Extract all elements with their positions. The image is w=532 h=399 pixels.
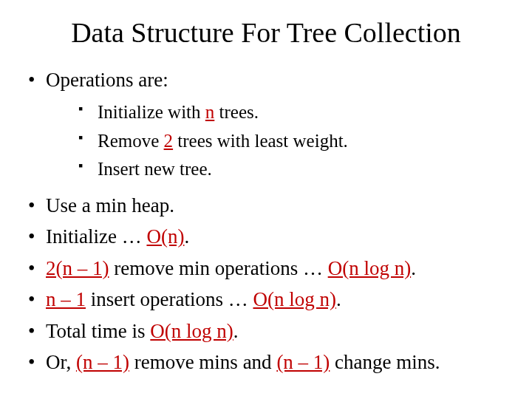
bullet-list-level1: Operations are: Initialize with n trees.… bbox=[27, 66, 510, 376]
count: 2(n – 1) bbox=[46, 257, 109, 279]
bullet-operations: Operations are: Initialize with n trees.… bbox=[27, 66, 510, 182]
text: remove min operations … bbox=[109, 257, 327, 279]
text: Remove bbox=[98, 131, 164, 151]
sub-bullet-remove: Remove 2 trees with least weight. bbox=[78, 129, 510, 154]
count: n – 1 bbox=[46, 288, 86, 310]
sub-bullet-initialize: Initialize with n trees. bbox=[78, 100, 510, 125]
complexity: O(n log n) bbox=[328, 257, 411, 279]
complexity: O(n log n) bbox=[150, 320, 233, 342]
bullet-list-level2: Initialize with n trees. Remove 2 trees … bbox=[78, 100, 510, 182]
text: . bbox=[184, 225, 189, 248]
count: (n – 1) bbox=[276, 351, 330, 373]
text: . bbox=[336, 288, 341, 310]
count: (n – 1) bbox=[76, 351, 129, 373]
text: insert operations … bbox=[86, 288, 253, 310]
variable-n: n bbox=[205, 102, 215, 122]
text: Operations are: bbox=[46, 69, 168, 91]
complexity: O(n) bbox=[146, 225, 184, 248]
bullet-insert-complexity: n – 1 insert operations … O(n log n). bbox=[27, 286, 510, 313]
text: change mins. bbox=[330, 351, 440, 373]
text: remove mins and bbox=[129, 351, 276, 373]
text: Initialize with bbox=[98, 102, 205, 122]
bullet-total-time: Total time is O(n log n). bbox=[27, 318, 510, 344]
text: trees with least weight. bbox=[173, 131, 348, 151]
bullet-min-heap: Use a min heap. bbox=[27, 192, 510, 219]
text: . bbox=[233, 320, 239, 342]
bullet-remove-complexity: 2(n – 1) remove min operations … O(n log… bbox=[27, 255, 510, 282]
sub-bullet-insert: Insert new tree. bbox=[78, 157, 510, 182]
text: . bbox=[411, 257, 416, 279]
text: Use a min heap. bbox=[46, 194, 174, 216]
text: Or, bbox=[46, 351, 76, 373]
bullet-alternative: Or, (n – 1) remove mins and (n – 1) chan… bbox=[27, 349, 510, 375]
complexity: O(n log n) bbox=[253, 288, 335, 310]
text: Total time is bbox=[46, 320, 150, 342]
slide: Data Structure For Tree Collection Opera… bbox=[0, 0, 532, 399]
text: Initialize … bbox=[46, 225, 146, 248]
text: Insert new tree. bbox=[98, 159, 212, 179]
constant-2: 2 bbox=[164, 131, 174, 151]
bullet-initialize-complexity: Initialize … O(n). bbox=[27, 223, 510, 250]
text: trees. bbox=[214, 102, 259, 122]
slide-title: Data Structure For Tree Collection bbox=[22, 16, 510, 49]
